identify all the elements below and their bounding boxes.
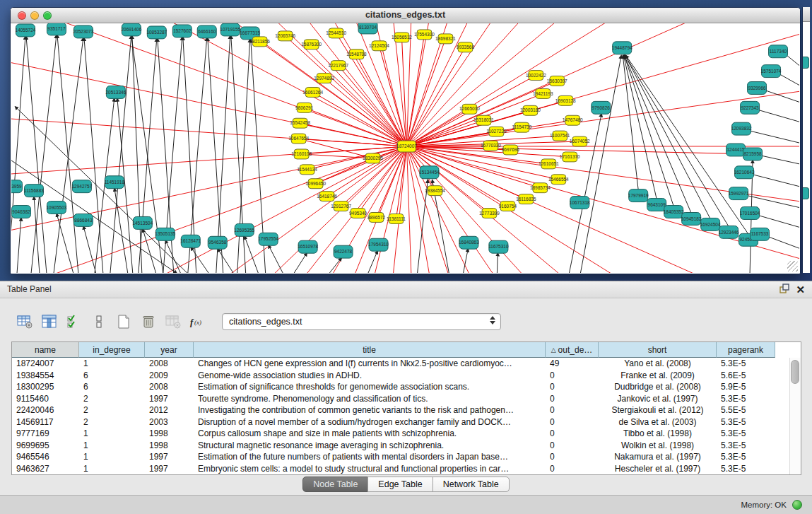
- table-cell[interactable]: Estimation of the future numbers of pati…: [194, 451, 546, 463]
- network-edge[interactable]: [57, 35, 78, 273]
- table-cell[interactable]: 5.3E-5: [717, 358, 775, 370]
- table-cell[interactable]: 2008: [145, 358, 194, 370]
- table-cell[interactable]: 5.3E-5: [717, 428, 775, 440]
- table-cell[interactable]: 5.3E-5: [717, 451, 775, 463]
- table-row[interactable]: 2242004622012Investigating the contribut…: [12, 404, 801, 416]
- tab-edge-table[interactable]: Edge Table: [367, 477, 433, 492]
- table-row[interactable]: 977716911998Corpus callosum shape and si…: [12, 428, 801, 440]
- table-cell[interactable]: 1997: [145, 451, 194, 463]
- table-cell[interactable]: 0: [546, 404, 599, 416]
- network-edge[interactable]: [83, 226, 96, 273]
- float-panel-icon[interactable]: [779, 284, 789, 296]
- table-row[interactable]: 946362711997Embryonic stem cells: a mode…: [12, 463, 801, 475]
- network-edge[interactable]: [17, 217, 21, 273]
- table-row[interactable]: 1872400712008Changes of HCN gene express…: [12, 358, 801, 370]
- select-attributes-icon[interactable]: [65, 313, 83, 331]
- table-cell[interactable]: 0: [546, 381, 599, 393]
- table-row[interactable]: 1456911722003Disruption of a novel membe…: [12, 416, 801, 428]
- table-cell[interactable]: 9463627: [12, 463, 79, 475]
- table-cell[interactable]: 1997: [145, 393, 194, 405]
- table-cell[interactable]: 2: [79, 416, 145, 428]
- network-edge[interactable]: [57, 213, 73, 273]
- network-edge[interactable]: [11, 36, 25, 273]
- network-edge[interactable]: [11, 160, 177, 273]
- column-header-year[interactable]: year: [145, 342, 194, 358]
- scrollbar-thumb[interactable]: [791, 360, 799, 384]
- network-edge[interactable]: [744, 195, 799, 208]
- table-cell[interactable]: 0: [546, 370, 599, 382]
- network-edge[interactable]: [294, 252, 307, 273]
- table-cell[interactable]: Structural magnetic resonance image aver…: [194, 440, 546, 452]
- table-cell[interactable]: 2012: [145, 404, 194, 416]
- network-edge[interactable]: [765, 235, 799, 248]
- table-cell[interactable]: 2: [79, 404, 145, 416]
- table-cell[interactable]: Changes of HCN gene expression and I(f) …: [194, 358, 546, 370]
- table-cell[interactable]: 5.9E-5: [717, 381, 775, 393]
- network-edge[interactable]: [132, 35, 142, 273]
- network-edge[interactable]: [84, 37, 103, 273]
- table-cell[interactable]: Estimation of significance thresholds fo…: [194, 381, 546, 393]
- network-edge[interactable]: [750, 174, 799, 187]
- table-row[interactable]: 969969511998Structural magnetic resonanc…: [12, 440, 801, 452]
- network-edge[interactable]: [755, 109, 799, 122]
- table-cell[interactable]: Dudbridge et al. (2008): [599, 381, 717, 393]
- network-edge[interactable]: [110, 35, 131, 273]
- network-edge[interactable]: [406, 23, 782, 146]
- network-edge[interactable]: [580, 55, 621, 273]
- table-selector-dropdown[interactable]: citations_edges.txt: [222, 313, 501, 330]
- column-header-name[interactable]: name: [12, 342, 79, 358]
- network-edge[interactable]: [218, 248, 234, 273]
- table-cell[interactable]: Yano et al. (2008): [599, 358, 717, 370]
- table-cell[interactable]: 0: [546, 451, 599, 463]
- network-edge[interactable]: [463, 248, 468, 273]
- table-cell[interactable]: 1998: [145, 428, 194, 440]
- table-row[interactable]: 911546021997Tourette syndrome. Phenomeno…: [12, 393, 801, 405]
- table-cell[interactable]: 2008: [145, 381, 194, 393]
- table-cell[interactable]: 0: [546, 463, 599, 475]
- table-cell[interactable]: 18724007: [12, 358, 79, 370]
- column-header-pagerank[interactable]: pagerank: [717, 342, 775, 358]
- table-cell[interactable]: 5.3E-5: [717, 440, 775, 452]
- table-cell[interactable]: Hescheler et al. (1997): [599, 463, 717, 475]
- table-cell[interactable]: 2: [79, 393, 145, 405]
- network-edge[interactable]: [497, 252, 498, 273]
- table-cell[interactable]: Franke et al. (2009): [599, 370, 717, 382]
- table-cell[interactable]: Corpus callosum shape and size in male p…: [194, 428, 546, 440]
- network-edge[interactable]: [155, 23, 407, 146]
- table-cell[interactable]: 0: [546, 428, 599, 440]
- network-canvas[interactable]: 1405572493517172052307320691406108532871…: [11, 23, 799, 273]
- table-cell[interactable]: 0: [546, 416, 599, 428]
- table-cell[interactable]: 0: [546, 440, 599, 452]
- table-cell[interactable]: Genome-wide association studies in ADHD.: [194, 370, 546, 382]
- resize-grip[interactable]: [787, 261, 798, 271]
- network-edge[interactable]: [313, 92, 407, 146]
- table-cell[interactable]: 5.6E-5: [717, 370, 775, 382]
- table-row[interactable]: 1830029562008Estimation of significance …: [12, 381, 801, 393]
- table-cell[interactable]: 1: [79, 428, 145, 440]
- network-edge[interactable]: [329, 257, 342, 273]
- network-edge[interactable]: [324, 78, 407, 146]
- network-edge[interactable]: [11, 23, 406, 146]
- table-cell[interactable]: 6: [79, 370, 145, 382]
- table-cell[interactable]: 18300295: [12, 381, 79, 393]
- table-cell[interactable]: 9777169: [12, 428, 79, 440]
- network-edge[interactable]: [245, 235, 259, 273]
- network-edge[interactable]: [114, 188, 128, 273]
- network-edge[interactable]: [406, 146, 782, 273]
- table-cell[interactable]: Jankovic et al. (1997): [599, 393, 717, 405]
- tab-node-table[interactable]: Node Table: [302, 477, 368, 492]
- table-cell[interactable]: 1: [79, 451, 145, 463]
- table-cell[interactable]: 5.3E-5: [717, 463, 775, 475]
- table-cell[interactable]: 5.3E-5: [717, 416, 775, 428]
- table-cell[interactable]: 49: [546, 358, 599, 370]
- network-edge[interactable]: [417, 180, 428, 273]
- table-cell[interactable]: 6: [79, 381, 145, 393]
- table-cell[interactable]: 9699695: [12, 440, 79, 452]
- vertical-scrollbar[interactable]: [789, 358, 801, 474]
- network-edge[interactable]: [269, 245, 283, 273]
- network-edge[interactable]: [34, 197, 40, 273]
- network-edge[interactable]: [747, 130, 799, 143]
- row-height-icon[interactable]: [90, 313, 108, 331]
- network-edge[interactable]: [316, 158, 373, 184]
- table-cell[interactable]: Tibbo et al. (1998): [599, 428, 717, 440]
